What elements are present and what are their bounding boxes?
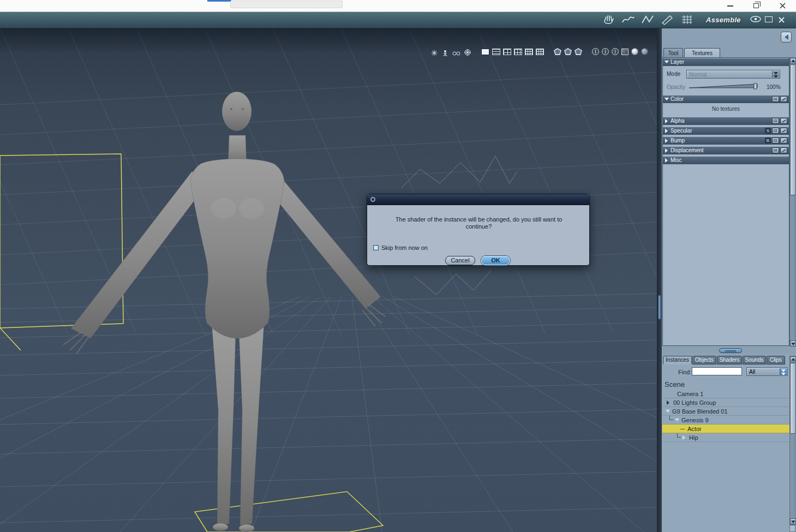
background-tab-accent (207, 0, 231, 2)
shield-grid-icon[interactable] (554, 48, 561, 55)
tab-shaders[interactable]: Shaders (717, 356, 742, 364)
textures-scrollbar[interactable] (789, 57, 795, 346)
skip-checkbox[interactable] (373, 245, 379, 250)
layer-section-header[interactable]: Layer (663, 58, 789, 66)
viewport-3d[interactable] (0, 28, 657, 532)
bump-section-header[interactable]: Bump B (663, 137, 789, 145)
sparkle-icon[interactable] (430, 49, 439, 55)
texture-menu-icon[interactable] (772, 138, 779, 144)
visibility-eye-icon[interactable] (750, 15, 765, 27)
splitter-handle[interactable] (719, 348, 742, 353)
float-window-icon[interactable] (765, 16, 773, 22)
panel-splitter (662, 347, 796, 355)
panel-collapse-button[interactable] (781, 32, 792, 43)
texture-options-icon[interactable] (780, 138, 787, 144)
layout-grid-3x3-icon[interactable] (525, 49, 533, 55)
window-minimize-button[interactable] (721, 1, 739, 11)
restore-icon (753, 3, 759, 8)
scroll-up-button[interactable] (790, 356, 796, 362)
layout-rows-icon[interactable] (492, 49, 500, 55)
tree-row-actor[interactable]: Actor (662, 425, 789, 433)
tree-item-label: 00 Lights Group (673, 399, 716, 406)
sphere-flat-icon[interactable] (641, 48, 648, 55)
chevron-right-icon (665, 119, 668, 123)
texture-options-icon[interactable] (780, 128, 787, 134)
misc-section-label: Misc (671, 157, 682, 163)
tree-connector (680, 429, 685, 429)
scroll-down-button[interactable] (790, 518, 796, 524)
sphere-smooth-icon[interactable] (631, 48, 638, 55)
window-restore-button[interactable] (747, 1, 765, 11)
scene-scrollbar[interactable] (789, 356, 795, 525)
misc-section-header[interactable]: Misc (663, 157, 789, 164)
layout-grid-dense-icon[interactable] (536, 49, 544, 55)
displacement-section-header[interactable]: Displacement (663, 147, 789, 154)
mesh-tool-icon[interactable] (680, 14, 695, 26)
tree-row-g9-base[interactable]: G9 Base Blended 01 (662, 407, 789, 416)
cancel-button[interactable]: Cancel (445, 256, 475, 265)
texture-menu-icon[interactable] (772, 147, 779, 153)
main-toolbar: Assemble (0, 12, 796, 28)
circle-wire-icon[interactable] (602, 48, 609, 55)
scrollbar-thumb[interactable] (790, 64, 796, 195)
tab-sounds[interactable]: Sounds (743, 356, 766, 364)
tree-row-camera[interactable]: Camera 1 (662, 390, 789, 398)
layout-grid-2x2-icon[interactable] (503, 49, 511, 55)
scrollbar-thumb[interactable] (790, 363, 796, 434)
tab-instances-label: Instances (666, 357, 689, 363)
texture-options-icon[interactable] (780, 96, 787, 102)
divider-handle[interactable] (658, 295, 661, 320)
texture-options-icon[interactable] (780, 118, 787, 124)
binoculars-icon[interactable] (452, 49, 460, 55)
find-filter-select[interactable]: All (746, 367, 788, 376)
dialog-titlebar[interactable] (367, 194, 589, 205)
spline-tool-icon[interactable] (641, 14, 656, 26)
window-close-button[interactable] (774, 1, 791, 11)
layout-grid-3x2-icon[interactable] (514, 49, 522, 55)
texture-options-icon[interactable] (780, 147, 787, 153)
texture-menu-icon[interactable] (772, 96, 779, 102)
chevron-right-icon (665, 158, 668, 163)
hand-tool-icon[interactable] (601, 14, 617, 26)
tab-tool[interactable]: Tool (663, 48, 683, 58)
collapse-arrow-icon[interactable] (666, 410, 670, 413)
close-icon (780, 3, 786, 9)
shield-cross-icon[interactable] (564, 48, 572, 55)
expand-arrow-icon[interactable] (667, 401, 669, 405)
specular-section-header[interactable]: Specular S (663, 127, 789, 135)
scroll-down-button[interactable] (790, 340, 796, 346)
mode-select[interactable]: Normal (686, 70, 780, 79)
tab-textures[interactable]: Textures (684, 48, 720, 58)
tree-row-genesis9[interactable]: Genesis 9 (662, 416, 789, 425)
alpha-section-label: Alpha (671, 118, 685, 124)
color-section-header[interactable]: Color (663, 95, 789, 103)
texture-menu-icon[interactable] (772, 118, 779, 124)
scroll-up-button[interactable] (790, 58, 796, 64)
alpha-section-header[interactable]: Alpha (663, 117, 789, 125)
tree-row-lights-group[interactable]: 00 Lights Group (662, 398, 789, 407)
tab-clips[interactable]: Clips (767, 356, 785, 364)
find-input[interactable] (692, 367, 742, 375)
shield-dot-icon[interactable] (574, 48, 582, 55)
cube-view-icon[interactable] (621, 49, 629, 55)
circle-compass-icon[interactable] (592, 48, 599, 55)
tree-connector (669, 416, 673, 420)
no-textures-note: No textures (663, 106, 789, 112)
opacity-slider[interactable] (688, 82, 760, 90)
layout-single-icon[interactable] (481, 49, 489, 55)
tab-tool-label: Tool (668, 50, 678, 56)
tree-row-hip[interactable]: Hip (662, 433, 789, 442)
tab-objects[interactable]: Objects (692, 356, 716, 364)
circle-cube-icon[interactable] (612, 48, 619, 55)
texture-menu-icon[interactable] (772, 128, 779, 134)
ok-button[interactable]: OK (481, 256, 510, 265)
close-room-icon[interactable] (778, 16, 793, 28)
collapse-arrow-icon[interactable] (675, 419, 679, 421)
expand-arrow-icon[interactable] (683, 435, 685, 440)
pen-tool-icon[interactable] (660, 14, 675, 26)
figure-icon[interactable] (441, 49, 450, 55)
snowflake-gizmo-icon[interactable] (463, 49, 471, 55)
scroll-corner (789, 525, 795, 532)
tab-instances[interactable]: Instances (663, 356, 692, 364)
morph-tool-icon[interactable] (621, 14, 636, 26)
